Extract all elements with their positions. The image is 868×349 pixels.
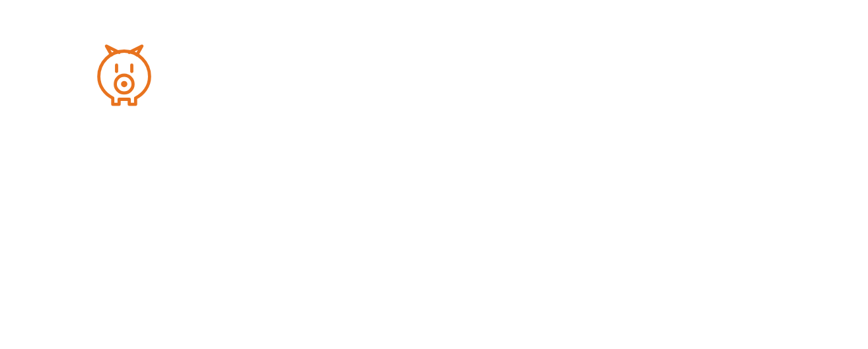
chart-container xyxy=(0,0,868,349)
svg-point-3 xyxy=(121,81,127,88)
piggy-bank-icon xyxy=(92,44,156,107)
headline-block xyxy=(92,44,182,107)
